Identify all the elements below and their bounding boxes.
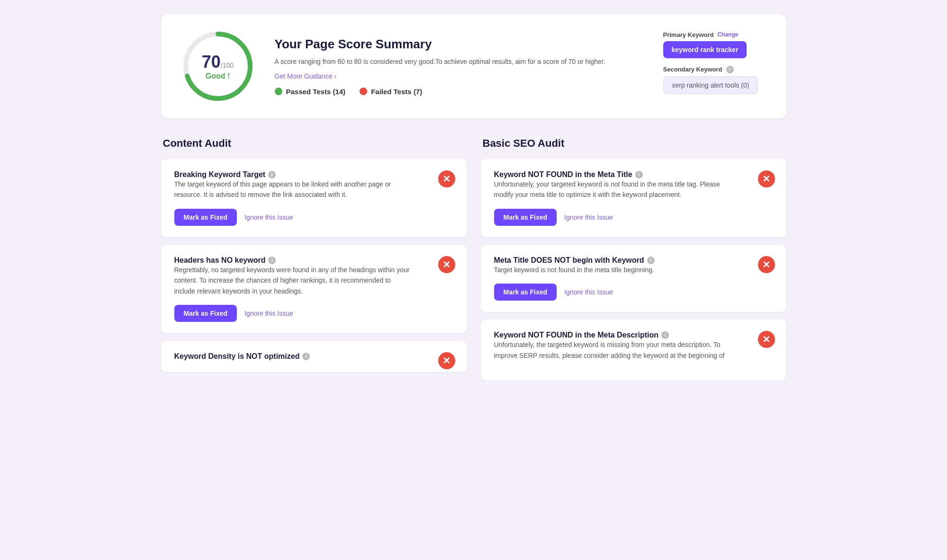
score-text-section: Your Page Score Summary A score ranging … bbox=[275, 37, 644, 95]
secondary-keyword-row: Secondary Keyword i serp ranking alert t… bbox=[663, 66, 767, 94]
basic-seo-audit-section: Basic SEO Audit ✕ Keyword NOT FOUND in t… bbox=[481, 137, 786, 388]
meta-begin-info-icon[interactable]: i bbox=[647, 257, 655, 264]
meta-title-no-begin-card: ✕ Meta Title DOES NOT begin with Keyword… bbox=[481, 245, 786, 312]
breaking-keyword-card: ✕ Breaking Keyword Target i The target k… bbox=[161, 159, 467, 237]
keyword-not-found-title-desc: Unfortunately, your targeted keyword is … bbox=[494, 179, 749, 200]
breaking-keyword-actions: Mark as Fixed Ignore this Issue bbox=[174, 209, 430, 226]
basic-seo-audit-title: Basic SEO Audit bbox=[481, 137, 786, 150]
score-label: Good ! bbox=[202, 72, 234, 80]
keyword-not-found-meta-desc-heading: Keyword NOT FOUND in the Meta Descriptio… bbox=[494, 331, 749, 339]
keyword-section: Primary Keyword Change keyword rank trac… bbox=[663, 31, 767, 102]
guidance-link[interactable]: Get More Guidance › bbox=[275, 72, 337, 80]
breaking-keyword-info-icon[interactable]: i bbox=[268, 171, 276, 178]
error-icon-meta-title: ✕ bbox=[758, 170, 775, 187]
secondary-keyword-info-icon[interactable]: i bbox=[726, 66, 734, 73]
headers-no-keyword-card: ✕ Headers has NO keyword i Regrettably, … bbox=[161, 245, 467, 333]
headers-info-icon[interactable]: i bbox=[268, 257, 276, 264]
test-badges: Passed Tests (14) Failed Tests (7) bbox=[275, 88, 644, 96]
content-audit-section: Content Audit ✕ Breaking Keyword Target … bbox=[161, 137, 467, 380]
breaking-keyword-mark-fixed[interactable]: Mark as Fixed bbox=[174, 209, 237, 226]
meta-title-info-icon[interactable]: i bbox=[635, 171, 643, 178]
change-keyword-link[interactable]: Change bbox=[717, 31, 738, 38]
headers-no-keyword-desc: Regrettably, no targeted keywords were f… bbox=[174, 265, 430, 296]
keyword-not-found-title-actions: Mark as Fixed Ignore this Issue bbox=[494, 209, 749, 226]
error-icon-density: ✕ bbox=[438, 352, 455, 369]
primary-keyword-label: Primary Keyword bbox=[663, 31, 714, 38]
meta-desc-info-icon[interactable]: i bbox=[661, 331, 669, 339]
meta-title-no-begin-actions: Mark as Fixed Ignore this Issue bbox=[494, 284, 749, 301]
keyword-not-found-title-card: ✕ Keyword NOT FOUND in the Meta Title i … bbox=[481, 159, 786, 237]
keyword-density-title: Keyword Density is NOT optimized i bbox=[174, 352, 430, 361]
error-icon-meta-desc: ✕ bbox=[758, 331, 775, 348]
keyword-not-found-title-mark-fixed[interactable]: Mark as Fixed bbox=[494, 209, 557, 226]
audit-columns: Content Audit ✕ Breaking Keyword Target … bbox=[161, 137, 786, 388]
keyword-density-card: ✕ Keyword Density is NOT optimized i bbox=[161, 341, 467, 372]
primary-keyword-row: Primary Keyword Change keyword rank trac… bbox=[663, 31, 767, 58]
headers-no-keyword-actions: Mark as Fixed Ignore this Issue bbox=[174, 305, 430, 322]
score-circle: 70/100 Good ! bbox=[180, 28, 256, 104]
passed-tests-badge: Passed Tests (14) bbox=[275, 88, 346, 96]
failed-dot bbox=[360, 88, 367, 95]
score-value: 70 bbox=[202, 52, 221, 71]
headers-ignore[interactable]: Ignore this Issue bbox=[244, 310, 293, 317]
secondary-keyword-label: Secondary Keyword bbox=[663, 66, 722, 73]
meta-title-no-begin-heading: Meta Title DOES NOT begin with Keyword i bbox=[494, 256, 749, 265]
breaking-keyword-desc: The target keyword of this page appears … bbox=[174, 179, 430, 200]
error-icon-meta-begin: ✕ bbox=[758, 256, 775, 273]
score-summary-card: 70/100 Good ! Your Page Score Summary A … bbox=[161, 14, 786, 118]
content-audit-title: Content Audit bbox=[161, 137, 467, 150]
passed-dot bbox=[275, 88, 282, 95]
density-info-icon[interactable]: i bbox=[302, 353, 310, 360]
score-description: A score ranging from 60 to 80 is conside… bbox=[275, 56, 644, 67]
meta-title-no-begin-ignore[interactable]: Ignore this Issue bbox=[564, 288, 613, 296]
headers-no-keyword-title: Headers has NO keyword i bbox=[174, 256, 430, 265]
meta-title-no-begin-mark-fixed[interactable]: Mark as Fixed bbox=[494, 284, 557, 301]
headers-mark-fixed[interactable]: Mark as Fixed bbox=[174, 305, 237, 322]
keyword-not-found-meta-desc-text: Unfortunately, the targeted keyword is m… bbox=[494, 339, 749, 361]
breaking-keyword-ignore[interactable]: Ignore this Issue bbox=[244, 213, 293, 221]
keyword-not-found-title-ignore[interactable]: Ignore this Issue bbox=[564, 213, 613, 221]
error-icon-breaking-keyword: ✕ bbox=[438, 170, 455, 187]
keyword-not-found-meta-desc-card: ✕ Keyword NOT FOUND in the Meta Descript… bbox=[481, 320, 786, 381]
breaking-keyword-title: Breaking Keyword Target i bbox=[174, 170, 430, 179]
secondary-keyword-pill: serp ranking alert tools (0) bbox=[663, 76, 758, 94]
error-icon-headers: ✕ bbox=[438, 256, 455, 273]
meta-title-no-begin-desc: Target keyword is not found in the meta … bbox=[494, 265, 749, 275]
primary-keyword-pill: keyword rank tracker bbox=[663, 41, 747, 58]
failed-tests-badge: Failed Tests (7) bbox=[360, 88, 422, 96]
score-denominator: /100 bbox=[221, 62, 234, 69]
score-title: Your Page Score Summary bbox=[275, 37, 644, 52]
keyword-not-found-title-heading: Keyword NOT FOUND in the Meta Title i bbox=[494, 170, 749, 179]
